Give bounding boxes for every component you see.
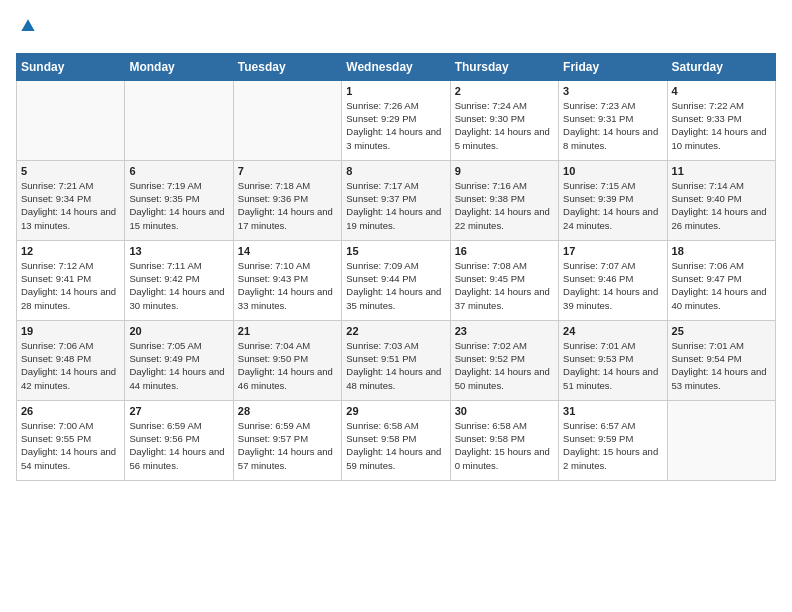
day-info: Sunrise: 6:59 AMSunset: 9:56 PMDaylight:… xyxy=(129,419,228,472)
day-number: 21 xyxy=(238,325,337,337)
column-header-sunday: Sunday xyxy=(17,53,125,80)
calendar-cell: 7Sunrise: 7:18 AMSunset: 9:36 PMDaylight… xyxy=(233,160,341,240)
day-info: Sunrise: 7:01 AMSunset: 9:53 PMDaylight:… xyxy=(563,339,662,392)
day-info: Sunrise: 7:05 AMSunset: 9:49 PMDaylight:… xyxy=(129,339,228,392)
day-info: Sunrise: 7:09 AMSunset: 9:44 PMDaylight:… xyxy=(346,259,445,312)
day-number: 20 xyxy=(129,325,228,337)
calendar-cell: 17Sunrise: 7:07 AMSunset: 9:46 PMDayligh… xyxy=(559,240,667,320)
week-row-4: 19Sunrise: 7:06 AMSunset: 9:48 PMDayligh… xyxy=(17,320,776,400)
week-row-5: 26Sunrise: 7:00 AMSunset: 9:55 PMDayligh… xyxy=(17,400,776,480)
day-info: Sunrise: 7:24 AMSunset: 9:30 PMDaylight:… xyxy=(455,99,554,152)
day-info: Sunrise: 7:01 AMSunset: 9:54 PMDaylight:… xyxy=(672,339,771,392)
column-header-thursday: Thursday xyxy=(450,53,558,80)
day-info: Sunrise: 7:17 AMSunset: 9:37 PMDaylight:… xyxy=(346,179,445,232)
day-number: 7 xyxy=(238,165,337,177)
day-number: 30 xyxy=(455,405,554,417)
day-info: Sunrise: 6:59 AMSunset: 9:57 PMDaylight:… xyxy=(238,419,337,472)
calendar-cell: 16Sunrise: 7:08 AMSunset: 9:45 PMDayligh… xyxy=(450,240,558,320)
day-number: 23 xyxy=(455,325,554,337)
calendar-cell: 3Sunrise: 7:23 AMSunset: 9:31 PMDaylight… xyxy=(559,80,667,160)
day-info: Sunrise: 7:21 AMSunset: 9:34 PMDaylight:… xyxy=(21,179,120,232)
svg-marker-0 xyxy=(21,19,34,31)
day-number: 24 xyxy=(563,325,662,337)
day-info: Sunrise: 7:04 AMSunset: 9:50 PMDaylight:… xyxy=(238,339,337,392)
calendar-cell: 14Sunrise: 7:10 AMSunset: 9:43 PMDayligh… xyxy=(233,240,341,320)
calendar-cell: 24Sunrise: 7:01 AMSunset: 9:53 PMDayligh… xyxy=(559,320,667,400)
day-number: 31 xyxy=(563,405,662,417)
calendar-cell: 1Sunrise: 7:26 AMSunset: 9:29 PMDaylight… xyxy=(342,80,450,160)
day-number: 1 xyxy=(346,85,445,97)
day-number: 11 xyxy=(672,165,771,177)
page-header xyxy=(16,16,776,41)
calendar-cell: 26Sunrise: 7:00 AMSunset: 9:55 PMDayligh… xyxy=(17,400,125,480)
calendar-cell: 23Sunrise: 7:02 AMSunset: 9:52 PMDayligh… xyxy=(450,320,558,400)
day-number: 4 xyxy=(672,85,771,97)
calendar-cell: 18Sunrise: 7:06 AMSunset: 9:47 PMDayligh… xyxy=(667,240,775,320)
day-number: 27 xyxy=(129,405,228,417)
column-header-wednesday: Wednesday xyxy=(342,53,450,80)
calendar-cell: 20Sunrise: 7:05 AMSunset: 9:49 PMDayligh… xyxy=(125,320,233,400)
column-header-tuesday: Tuesday xyxy=(233,53,341,80)
day-number: 8 xyxy=(346,165,445,177)
calendar-cell: 22Sunrise: 7:03 AMSunset: 9:51 PMDayligh… xyxy=(342,320,450,400)
week-row-1: 1Sunrise: 7:26 AMSunset: 9:29 PMDaylight… xyxy=(17,80,776,160)
day-info: Sunrise: 7:02 AMSunset: 9:52 PMDaylight:… xyxy=(455,339,554,392)
day-info: Sunrise: 7:14 AMSunset: 9:40 PMDaylight:… xyxy=(672,179,771,232)
calendar-cell: 4Sunrise: 7:22 AMSunset: 9:33 PMDaylight… xyxy=(667,80,775,160)
day-number: 16 xyxy=(455,245,554,257)
calendar-cell: 2Sunrise: 7:24 AMSunset: 9:30 PMDaylight… xyxy=(450,80,558,160)
day-number: 28 xyxy=(238,405,337,417)
day-info: Sunrise: 7:12 AMSunset: 9:41 PMDaylight:… xyxy=(21,259,120,312)
day-info: Sunrise: 7:11 AMSunset: 9:42 PMDaylight:… xyxy=(129,259,228,312)
day-info: Sunrise: 7:23 AMSunset: 9:31 PMDaylight:… xyxy=(563,99,662,152)
day-number: 22 xyxy=(346,325,445,337)
calendar-cell xyxy=(125,80,233,160)
calendar-cell xyxy=(17,80,125,160)
calendar-cell: 19Sunrise: 7:06 AMSunset: 9:48 PMDayligh… xyxy=(17,320,125,400)
day-info: Sunrise: 7:18 AMSunset: 9:36 PMDaylight:… xyxy=(238,179,337,232)
day-number: 12 xyxy=(21,245,120,257)
day-info: Sunrise: 7:10 AMSunset: 9:43 PMDaylight:… xyxy=(238,259,337,312)
day-info: Sunrise: 7:26 AMSunset: 9:29 PMDaylight:… xyxy=(346,99,445,152)
calendar-cell: 9Sunrise: 7:16 AMSunset: 9:38 PMDaylight… xyxy=(450,160,558,240)
day-info: Sunrise: 7:03 AMSunset: 9:51 PMDaylight:… xyxy=(346,339,445,392)
day-number: 25 xyxy=(672,325,771,337)
logo xyxy=(16,16,38,41)
day-number: 17 xyxy=(563,245,662,257)
calendar-cell: 15Sunrise: 7:09 AMSunset: 9:44 PMDayligh… xyxy=(342,240,450,320)
calendar-cell: 11Sunrise: 7:14 AMSunset: 9:40 PMDayligh… xyxy=(667,160,775,240)
calendar-cell: 27Sunrise: 6:59 AMSunset: 9:56 PMDayligh… xyxy=(125,400,233,480)
day-headers-row: SundayMondayTuesdayWednesdayThursdayFrid… xyxy=(17,53,776,80)
column-header-monday: Monday xyxy=(125,53,233,80)
day-number: 18 xyxy=(672,245,771,257)
day-info: Sunrise: 7:16 AMSunset: 9:38 PMDaylight:… xyxy=(455,179,554,232)
calendar-cell: 30Sunrise: 6:58 AMSunset: 9:58 PMDayligh… xyxy=(450,400,558,480)
day-info: Sunrise: 6:57 AMSunset: 9:59 PMDaylight:… xyxy=(563,419,662,472)
day-number: 5 xyxy=(21,165,120,177)
calendar-cell: 25Sunrise: 7:01 AMSunset: 9:54 PMDayligh… xyxy=(667,320,775,400)
calendar-cell: 28Sunrise: 6:59 AMSunset: 9:57 PMDayligh… xyxy=(233,400,341,480)
calendar-cell: 8Sunrise: 7:17 AMSunset: 9:37 PMDaylight… xyxy=(342,160,450,240)
column-header-saturday: Saturday xyxy=(667,53,775,80)
day-info: Sunrise: 7:00 AMSunset: 9:55 PMDaylight:… xyxy=(21,419,120,472)
week-row-2: 5Sunrise: 7:21 AMSunset: 9:34 PMDaylight… xyxy=(17,160,776,240)
day-info: Sunrise: 7:07 AMSunset: 9:46 PMDaylight:… xyxy=(563,259,662,312)
day-info: Sunrise: 7:15 AMSunset: 9:39 PMDaylight:… xyxy=(563,179,662,232)
calendar-cell: 31Sunrise: 6:57 AMSunset: 9:59 PMDayligh… xyxy=(559,400,667,480)
day-info: Sunrise: 7:22 AMSunset: 9:33 PMDaylight:… xyxy=(672,99,771,152)
day-number: 6 xyxy=(129,165,228,177)
column-header-friday: Friday xyxy=(559,53,667,80)
calendar-cell: 6Sunrise: 7:19 AMSunset: 9:35 PMDaylight… xyxy=(125,160,233,240)
day-info: Sunrise: 6:58 AMSunset: 9:58 PMDaylight:… xyxy=(346,419,445,472)
calendar-cell: 10Sunrise: 7:15 AMSunset: 9:39 PMDayligh… xyxy=(559,160,667,240)
logo-icon xyxy=(18,16,38,36)
calendar-cell: 12Sunrise: 7:12 AMSunset: 9:41 PMDayligh… xyxy=(17,240,125,320)
calendar-cell xyxy=(667,400,775,480)
calendar-cell xyxy=(233,80,341,160)
day-number: 14 xyxy=(238,245,337,257)
day-number: 3 xyxy=(563,85,662,97)
day-number: 9 xyxy=(455,165,554,177)
day-info: Sunrise: 7:06 AMSunset: 9:47 PMDaylight:… xyxy=(672,259,771,312)
day-number: 26 xyxy=(21,405,120,417)
calendar-cell: 13Sunrise: 7:11 AMSunset: 9:42 PMDayligh… xyxy=(125,240,233,320)
